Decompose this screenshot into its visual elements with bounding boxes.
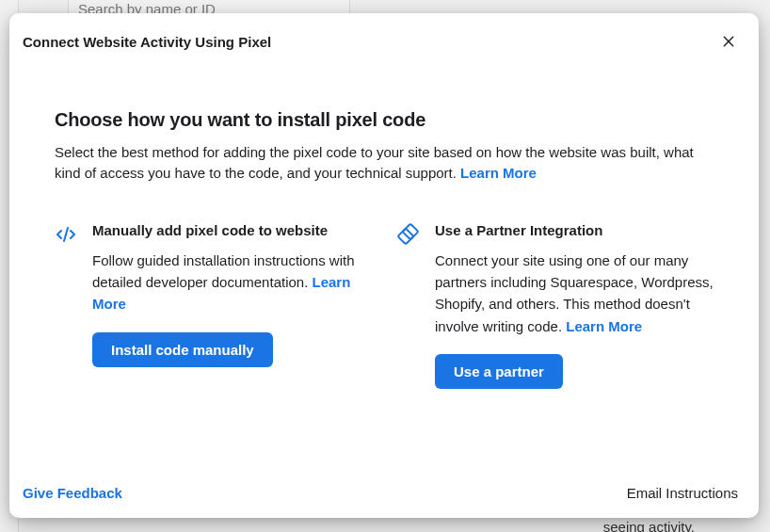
- svg-line-4: [64, 228, 68, 241]
- install-options: Manually add pixel code to website Follo…: [55, 221, 714, 389]
- give-feedback-link[interactable]: Give Feedback: [23, 485, 122, 501]
- option-partner-content: Use a Partner Integration Connect your s…: [435, 221, 714, 389]
- background-text-fragment: seeing activity.: [603, 519, 695, 532]
- modal-title: Connect Website Activity Using Pixel: [23, 34, 271, 50]
- option-partner: Use a Partner Integration Connect your s…: [397, 221, 714, 389]
- option-manual-content: Manually add pixel code to website Follo…: [92, 221, 371, 367]
- learn-more-link-main[interactable]: Learn More: [460, 165, 537, 181]
- pixel-install-modal: Connect Website Activity Using Pixel Cho…: [9, 13, 759, 518]
- page-heading: Choose how you want to install pixel cod…: [55, 109, 714, 131]
- modal-body: Choose how you want to install pixel cod…: [9, 64, 759, 472]
- email-instructions-link[interactable]: Email Instructions: [627, 485, 738, 501]
- close-icon: [721, 34, 736, 49]
- partner-icon: [397, 223, 420, 246]
- modal-footer: Give Feedback Email Instructions: [9, 472, 759, 518]
- install-manually-button[interactable]: Install code manually: [92, 332, 273, 367]
- page-description: Select the best method for adding the pi…: [55, 142, 714, 184]
- use-partner-button[interactable]: Use a partner: [435, 354, 563, 389]
- option-manual-title: Manually add pixel code to website: [92, 221, 371, 240]
- modal-header: Connect Website Activity Using Pixel: [9, 13, 759, 64]
- option-manual: Manually add pixel code to website Follo…: [55, 221, 371, 389]
- code-icon: [55, 223, 77, 246]
- learn-more-link-partner[interactable]: Learn More: [566, 318, 642, 334]
- page-description-text: Select the best method for adding the pi…: [55, 144, 694, 181]
- option-manual-description: Follow guided installation instructions …: [92, 250, 371, 315]
- option-partner-description: Connect your site using one of our many …: [435, 250, 714, 337]
- option-partner-title: Use a Partner Integration: [435, 221, 714, 240]
- svg-rect-6: [398, 228, 414, 244]
- svg-rect-5: [403, 223, 419, 239]
- close-button[interactable]: [715, 28, 742, 55]
